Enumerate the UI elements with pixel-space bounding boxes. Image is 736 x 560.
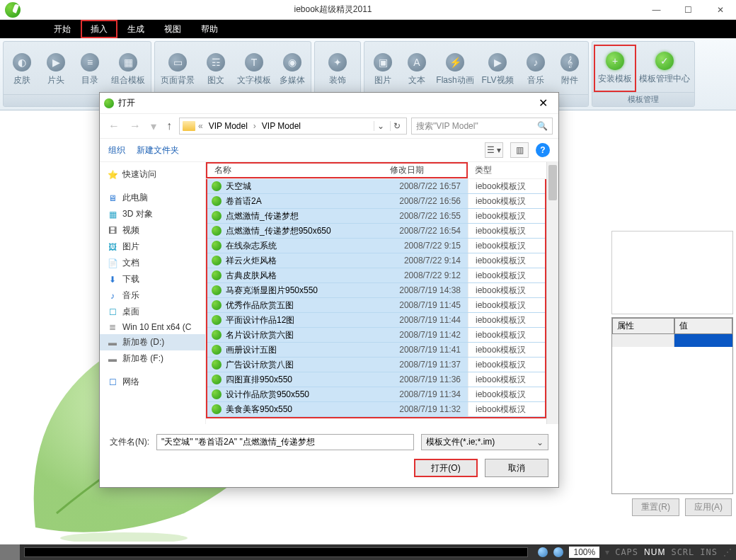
menu-start[interactable]: 开始 — [44, 20, 81, 38]
search-input[interactable]: 搜索"VIP Model" 🔍 — [411, 118, 553, 135]
prop-row[interactable] — [612, 334, 732, 347]
nav-back[interactable]: ← — [105, 120, 122, 132]
ribbon-pagebg[interactable]: ▭页面背景 — [156, 45, 199, 94]
preview-pane-button[interactable]: ▥ — [510, 142, 529, 158]
resize-grip[interactable]: ⋰ — [723, 547, 730, 557]
ribbon-skin[interactable]: ◐皮肤 — [5, 45, 39, 94]
sidebar-item[interactable]: ▦3D 对象 — [100, 206, 205, 222]
ribbon-attach[interactable]: 𝄞附件 — [553, 45, 587, 94]
apply-button[interactable]: 应用(A) — [685, 498, 732, 516]
organize-button[interactable]: 组织 — [108, 144, 125, 156]
menu-insert[interactable]: 插入 — [81, 20, 117, 38]
open-button[interactable]: 打开(O) — [414, 459, 478, 477]
file-row[interactable]: 天空城2008/7/22 16:57iebook模板汉 — [207, 179, 545, 194]
ribbon-media[interactable]: ◉多媒体 — [275, 45, 309, 94]
filetype-select[interactable]: 模板文件(*.ie;*.im) ⌄ — [421, 434, 548, 450]
status-icon-1[interactable] — [538, 547, 548, 557]
breadcrumb[interactable]: « VIP Model › VIP Model ⌄ ↻ — [179, 118, 407, 135]
flash-icon: ⚡ — [446, 53, 464, 72]
file-row[interactable]: 设计作品欣赏950x5502008/7/19 11:34iebook模板汉 — [207, 387, 545, 402]
sidebar-item-label: 网络 — [122, 376, 139, 388]
file-list-scrollbar[interactable] — [546, 162, 558, 424]
file-row[interactable]: 优秀作品欣赏五图2008/7/19 11:45iebook模板汉 — [207, 298, 545, 313]
sidebar-item[interactable]: ▬新加卷 (D:) — [100, 334, 205, 350]
breadcrumb-refresh[interactable]: ↻ — [390, 121, 403, 131]
maximize-button[interactable]: ☐ — [672, 0, 704, 20]
reset-button[interactable]: 重置(R) — [632, 498, 679, 516]
col-type[interactable]: 类型 — [468, 164, 546, 176]
sidebar-item-icon: ▬ — [107, 338, 118, 348]
file-row[interactable]: 马赛克渐显图片950x5502008/7/19 14:38iebook模板汉 — [207, 283, 545, 298]
ribbon-install-template[interactable]: +安装模板 — [594, 45, 636, 92]
nav-up[interactable]: ↑ — [163, 120, 175, 132]
sidebar-item-label: 快速访问 — [122, 168, 156, 181]
sidebar-item[interactable]: ☐网络 — [100, 374, 205, 390]
file-row[interactable]: 卷首语2A2008/7/22 16:56iebook模板汉 — [207, 194, 545, 209]
zoom-level[interactable]: 100% — [569, 547, 599, 558]
view-mode-button[interactable]: ☰ ▾ — [485, 142, 503, 158]
ribbon-flash[interactable]: ⚡Flash动画 — [434, 45, 476, 94]
file-row[interactable]: 在线杂志系统2008/7/22 9:15iebook模板汉 — [207, 239, 545, 253]
ribbon-image[interactable]: ▣图片 — [366, 45, 400, 94]
timeline-track[interactable] — [24, 547, 528, 557]
file-row[interactable]: 名片设计欣赏六图2008/7/19 11:42iebook模板汉 — [207, 328, 545, 343]
nav-forward[interactable]: → — [127, 120, 144, 132]
ribbon-imgtxt[interactable]: ☶图文 — [199, 45, 233, 94]
crumb-root[interactable]: VIP Model — [206, 121, 251, 131]
file-row[interactable]: 点燃激情_传递梦想2008/7/22 16:55iebook模板汉 — [207, 209, 545, 224]
sidebar-item[interactable]: ≣Win 10 Ent x64 (C — [100, 320, 205, 334]
dialog-close-button[interactable]: ✕ — [531, 96, 554, 110]
sidebar-item[interactable]: 🎞视频 — [100, 222, 205, 239]
sidebar-item[interactable]: 🖼图片 — [100, 239, 205, 255]
ribbon-template-center[interactable]: ✓模板管理中心 — [636, 45, 693, 92]
file-row[interactable]: 四图直排950x5502008/7/19 11:36iebook模板汉 — [207, 372, 545, 387]
ribbon-media-label: 多媒体 — [280, 74, 305, 86]
menu-view[interactable]: 视图 — [154, 20, 191, 38]
ribbon-music[interactable]: ♪音乐 — [519, 45, 553, 94]
file-type: iebook模板汉 — [468, 372, 545, 387]
file-row[interactable]: 点燃激情_传递梦想950x6502008/7/22 16:54iebook模板汉 — [207, 224, 545, 239]
sidebar-item[interactable]: ☐桌面 — [100, 304, 205, 320]
file-row[interactable]: 美食美客950x5502008/7/19 11:32iebook模板汉 — [207, 402, 545, 417]
file-row[interactable]: 广告设计欣赏八图2008/7/19 11:37iebook模板汉 — [207, 358, 545, 372]
cancel-button[interactable]: 取消 — [485, 459, 548, 477]
newfolder-button[interactable]: 新建文件夹 — [137, 144, 179, 156]
menu-help[interactable]: 帮助 — [191, 20, 228, 38]
status-bar: 100% ▾ CAPS NUM SCRL INS ⋰ — [0, 544, 736, 560]
sidebar-item[interactable]: ▬新加卷 (F:) — [100, 350, 205, 367]
sidebar-item[interactable]: ⬇下载 — [100, 271, 205, 287]
ribbon-flv[interactable]: ▶FLV视频 — [476, 45, 519, 94]
ribbon-txttpl[interactable]: T文字模板 — [233, 45, 275, 94]
ribbon-title[interactable]: ▶片头 — [39, 45, 73, 94]
decor-icon: ✦ — [328, 53, 347, 72]
nav-recent[interactable]: ▾ — [148, 120, 159, 133]
sidebar-item[interactable]: 🖥此电脑 — [100, 190, 205, 206]
file-date: 2008/7/19 11:37 — [383, 360, 468, 370]
sidebar-item[interactable]: ⭐快速访问 — [100, 166, 205, 183]
file-row[interactable]: 古典皮肤风格2008/7/22 9:12iebook模板汉 — [207, 268, 545, 283]
col-date[interactable]: 修改日期 — [383, 162, 468, 178]
ribbon-imgtxt-label: 图文 — [207, 74, 224, 86]
file-row[interactable]: 平面设计作品12图2008/7/19 11:44iebook模板汉 — [207, 313, 545, 328]
file-row[interactable]: 画册设计五图2008/7/19 11:41iebook模板汉 — [207, 343, 545, 358]
close-button[interactable]: ✕ — [704, 0, 736, 20]
status-left-button[interactable] — [0, 544, 20, 560]
sidebar-item[interactable]: ♪音乐 — [100, 287, 205, 304]
file-name: 祥云火炬风格 — [226, 255, 383, 267]
help-button[interactable]: ? — [536, 143, 550, 157]
ribbon-text-label: 文本 — [408, 74, 425, 86]
filename-input[interactable] — [156, 434, 414, 450]
ribbon-text[interactable]: A文本 — [400, 45, 434, 94]
sidebar-item[interactable]: 📄文档 — [100, 255, 205, 271]
ribbon-toc[interactable]: ≡目录 — [73, 45, 107, 94]
ribbon-decor[interactable]: ✦装饰 — [316, 45, 359, 94]
crumb-sub[interactable]: VIP Model — [259, 121, 304, 131]
status-icon-2[interactable] — [553, 547, 563, 557]
ribbon-combo[interactable]: ▦组合模板 — [107, 45, 149, 94]
minimize-button[interactable]: — — [640, 0, 672, 20]
breadcrumb-dropdown[interactable]: ⌄ — [374, 121, 387, 131]
menu-generate[interactable]: 生成 — [117, 20, 154, 38]
file-date: 2008/7/19 11:41 — [383, 345, 468, 355]
col-name[interactable]: 名称 — [206, 162, 383, 178]
file-row[interactable]: 祥云火炬风格2008/7/22 9:14iebook模板汉 — [207, 253, 545, 268]
